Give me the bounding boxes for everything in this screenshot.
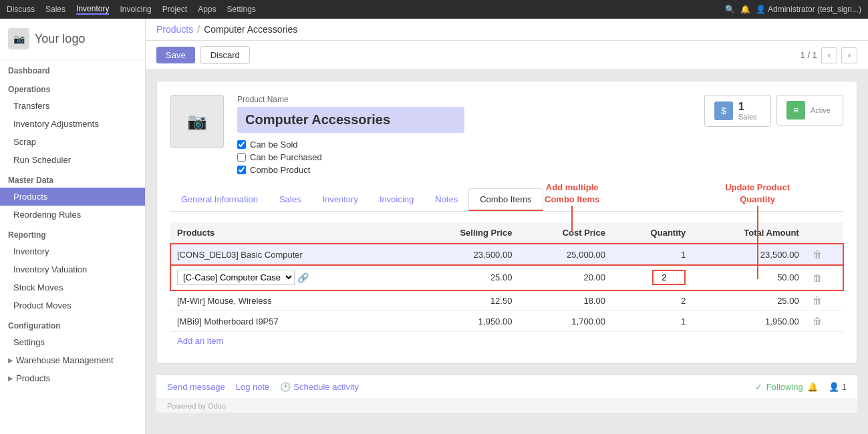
bell-icon: 🔔 — [807, 382, 818, 392]
table-row: [MBi9] Motherboard I9P57 1,950.00 1,700.… — [170, 311, 843, 332]
tab-general-information[interactable]: General Information — [170, 188, 269, 211]
nav-apps[interactable]: Apps — [198, 5, 216, 14]
product-info: Product Name Can be Sold Can be Purchase… — [237, 95, 691, 178]
save-button[interactable]: Save — [156, 47, 195, 63]
tab-invoicing[interactable]: Invoicing — [369, 188, 424, 211]
delete-icon-4[interactable]: 🗑 — [813, 316, 822, 327]
sidebar-item-products[interactable]: Products — [0, 188, 145, 206]
delete-icon-2[interactable]: 🗑 — [813, 272, 822, 283]
col-cost-price: Cost Price — [519, 222, 612, 244]
selling-price-1: 23,500.00 — [410, 244, 519, 265]
sidebar-item-settings[interactable]: Settings — [0, 333, 145, 351]
powered-by: Powered by Odoo — [156, 399, 857, 413]
sidebar-item-config-products[interactable]: ▶ Products — [0, 369, 145, 387]
pagination-prev[interactable]: ‹ — [821, 47, 837, 63]
following-button[interactable]: ✓ Following 🔔 — [755, 382, 818, 392]
tabs-section: Add multipleCombo Items Update ProductQu… — [170, 188, 843, 212]
product-name-label: Product Name — [237, 95, 691, 104]
cost-price-3: 18.00 — [519, 290, 612, 311]
sidebar-section-reporting: Reporting — [0, 224, 145, 242]
cost-price-1: 25,000.00 — [519, 244, 612, 265]
product-cell-4: [MBi9] Motherboard I9P57 — [170, 311, 410, 332]
delete-3[interactable]: 🗑 — [806, 290, 843, 311]
col-total-amount: Total Amount — [692, 222, 805, 244]
sales-stat-badge[interactable]: $ 1 Sales — [704, 95, 771, 127]
product-select-2[interactable]: [C-Case] Computer Case — [177, 270, 295, 285]
active-stat-badge[interactable]: ≡ Active — [776, 95, 843, 126]
nav-inventory[interactable]: Inventory — [76, 4, 109, 15]
search-icon[interactable]: 🔍 — [725, 5, 735, 14]
sidebar-section-master-data: Master Data — [0, 169, 145, 188]
add-item-link[interactable]: Add an item — [170, 332, 230, 350]
log-note-link[interactable]: Log note — [236, 382, 270, 392]
delete-1[interactable]: 🗑 — [806, 244, 843, 265]
delete-2[interactable]: 🗑 — [806, 265, 843, 290]
total-3: 25.00 — [692, 290, 805, 311]
action-bar: Save Discard 1 / 1 ‹ › — [146, 41, 868, 70]
send-message-link[interactable]: Send message — [167, 382, 225, 392]
sales-count: 1 — [738, 101, 757, 113]
tab-sales[interactable]: Sales — [269, 188, 312, 211]
delete-4[interactable]: 🗑 — [806, 311, 843, 332]
product-tabs: General Information Sales Inventory Invo… — [170, 188, 843, 212]
external-link-icon-2[interactable]: 🔗 — [297, 272, 309, 283]
sidebar-item-scrap[interactable]: Scrap — [0, 133, 145, 151]
stats-area: $ 1 Sales ≡ Active — [704, 95, 843, 178]
combo-items-table: Products Selling Price Cost Price Quanti… — [170, 222, 843, 332]
pagination-next[interactable]: › — [841, 47, 857, 63]
product-cell-2: [C-Case] Computer Case 🔗 — [170, 265, 410, 290]
quantity-input-2[interactable] — [652, 270, 686, 285]
table-row: [M-Wir] Mouse, Wireless 12.50 18.00 2 25… — [170, 290, 843, 311]
selling-price-3: 12.50 — [410, 290, 519, 311]
nav-invoicing[interactable]: Invoicing — [120, 5, 151, 14]
breadcrumb-parent[interactable]: Products — [156, 24, 193, 35]
table-row: [CONS_DEL03] Basic Computer 23,500.00 25… — [170, 244, 843, 265]
sidebar-item-inventory[interactable]: Inventory — [0, 242, 145, 260]
user-avatar[interactable]: 👤 Administrator (test_sign...) — [756, 5, 861, 14]
can-be-sold-checkbox[interactable] — [237, 140, 246, 149]
product-image[interactable]: 📷 — [170, 95, 224, 148]
selling-price-4: 1,950.00 — [410, 311, 519, 332]
nav-project[interactable]: Project — [162, 5, 187, 14]
sidebar-item-stock-moves[interactable]: Stock Moves — [0, 278, 145, 296]
discard-button[interactable]: Discard — [200, 46, 250, 64]
pagination: 1 / 1 ‹ › — [801, 47, 857, 63]
logo-text: Your logo — [35, 32, 85, 46]
tab-inventory[interactable]: Inventory — [311, 188, 368, 211]
notifications-icon[interactable]: 🔔 — [740, 5, 750, 14]
product-name-input[interactable] — [237, 107, 464, 133]
sidebar-section-operations: Operations — [0, 78, 145, 97]
delete-icon-1[interactable]: 🗑 — [813, 249, 822, 260]
table-container: Products Selling Price Cost Price Quanti… — [170, 222, 843, 350]
nav-sales[interactable]: Sales — [45, 5, 65, 14]
sidebar-item-inventory-adjustments[interactable]: Inventory Adjustments — [0, 115, 145, 133]
nav-discuss[interactable]: Discuss — [7, 5, 35, 14]
sidebar: 📷 Your logo Dashboard Operations Transfe… — [0, 19, 146, 434]
tab-notes[interactable]: Notes — [424, 188, 468, 211]
cost-price-2: 20.00 — [519, 265, 612, 290]
sidebar-section-dashboard: Dashboard — [0, 59, 145, 78]
can-be-purchased-checkbox[interactable] — [237, 153, 246, 162]
tab-combo-items[interactable]: Combo Items — [468, 188, 543, 211]
breadcrumb-current: Computer Accessories — [204, 24, 297, 35]
quantity-2 — [612, 265, 692, 290]
sidebar-item-run-scheduler[interactable]: Run Scheduler — [0, 151, 145, 169]
cost-price-4: 1,700.00 — [519, 311, 612, 332]
sidebar-item-inventory-valuation[interactable]: Inventory Valuation — [0, 260, 145, 278]
camera-icon: 📷 — [187, 112, 207, 131]
sales-label: Sales — [738, 113, 757, 121]
combo-product-checkbox[interactable] — [237, 166, 246, 174]
pagination-count: 1 / 1 — [801, 50, 817, 60]
delete-icon-3[interactable]: 🗑 — [813, 295, 822, 306]
product-cell-1: [CONS_DEL03] Basic Computer — [170, 244, 410, 265]
schedule-activity-link[interactable]: 🕐 Schedule activity — [280, 382, 359, 392]
sidebar-item-warehouse-management[interactable]: ▶ Warehouse Management — [0, 351, 145, 369]
combo-product-label: Combo Product — [250, 165, 310, 175]
sidebar-item-product-moves[interactable]: Product Moves — [0, 296, 145, 314]
nav-settings[interactable]: Settings — [227, 5, 256, 14]
can-be-purchased-row: Can be Purchased — [237, 152, 691, 162]
sidebar-item-reordering-rules[interactable]: Reordering Rules — [0, 206, 145, 224]
sidebar-item-transfers[interactable]: Transfers — [0, 97, 145, 115]
combo-product-row: Combo Product — [237, 165, 691, 175]
quantity-4: 1 — [612, 311, 692, 332]
